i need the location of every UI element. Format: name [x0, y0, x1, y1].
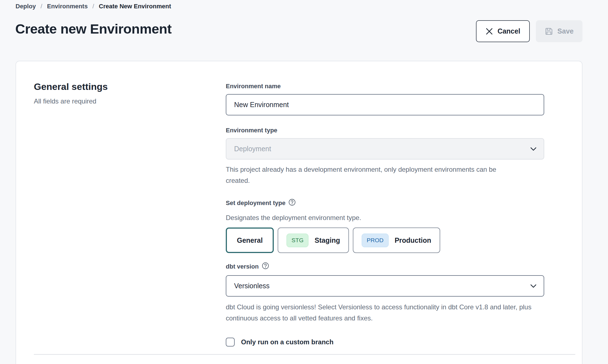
environment-type-select[interactable]: Deployment: [226, 138, 544, 160]
production-badge: PROD: [362, 234, 389, 247]
chevron-down-icon: [530, 282, 537, 290]
close-icon: [485, 27, 493, 35]
help-icon[interactable]: [288, 199, 296, 208]
environment-name-label: Environment name: [226, 83, 544, 90]
environment-type-helper: This project already has a development e…: [226, 164, 510, 186]
dbt-version-helper: dbt Cloud is going versionless! Select V…: [226, 302, 544, 324]
deployment-type-production-button[interactable]: PROD Production: [353, 228, 440, 253]
general-option-label: General: [237, 236, 263, 244]
environment-name-input[interactable]: [226, 94, 544, 115]
cancel-button-label: Cancel: [498, 27, 520, 35]
general-settings-card: General settings All fields are required…: [16, 61, 582, 364]
staging-option-label: Staging: [315, 236, 340, 244]
section-divider: [34, 354, 575, 355]
production-option-label: Production: [395, 236, 431, 244]
breadcrumb-separator: /: [40, 3, 42, 10]
help-icon[interactable]: [262, 262, 269, 271]
save-button-label: Save: [558, 27, 574, 35]
save-floppy-icon: [545, 27, 553, 36]
section-subtitle: All fields are required: [34, 97, 108, 105]
breadcrumb-current: Create New Environment: [99, 3, 171, 10]
environment-type-value: Deployment: [234, 145, 271, 153]
deployment-type-options: General STG Staging PROD Production: [226, 228, 544, 253]
create-environment-page: Deploy / Environments / Create New Envir…: [0, 0, 608, 364]
section-title: General settings: [34, 81, 108, 92]
breadcrumb-deploy[interactable]: Deploy: [16, 3, 36, 10]
dbt-version-value: Versionless: [234, 282, 270, 290]
section-info: General settings All fields are required: [34, 81, 108, 105]
staging-badge: STG: [287, 234, 308, 247]
breadcrumb: Deploy / Environments / Create New Envir…: [16, 3, 171, 10]
breadcrumb-separator: /: [92, 3, 94, 10]
custom-branch-checkbox[interactable]: [226, 338, 235, 347]
environment-form: Environment name Environment type Deploy…: [226, 83, 544, 347]
dbt-version-select[interactable]: Versionless: [226, 275, 544, 297]
deployment-type-general-button[interactable]: General: [226, 228, 274, 253]
cancel-button[interactable]: Cancel: [476, 20, 530, 42]
header-actions: Cancel Save: [476, 20, 582, 42]
dbt-version-label: dbt version: [226, 262, 544, 271]
custom-branch-row: Only run on a custom branch: [226, 338, 544, 347]
environment-type-label: Environment type: [226, 127, 544, 134]
custom-branch-label: Only run on a custom branch: [241, 338, 333, 346]
save-button[interactable]: Save: [536, 20, 582, 42]
deployment-type-label: Set deployment type: [226, 199, 544, 208]
deployment-type-helper: Designates the deployment environment ty…: [226, 212, 544, 223]
page-title: Create new Environment: [15, 21, 172, 37]
breadcrumb-environments[interactable]: Environments: [47, 3, 88, 10]
deployment-type-staging-button[interactable]: STG Staging: [278, 228, 349, 253]
chevron-down-icon: [530, 145, 537, 153]
